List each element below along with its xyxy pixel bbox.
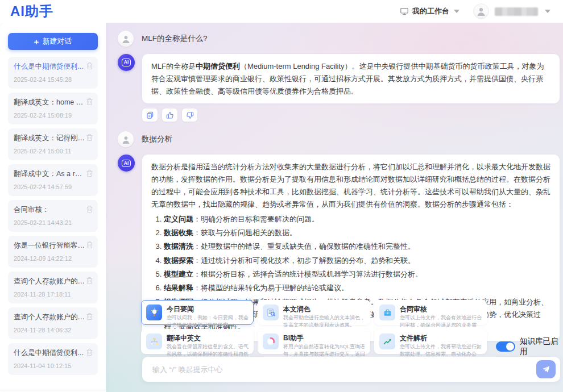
step-desc: ：通过统计分析和可视化技术，初步了解数据的分布、趋势和关联。 <box>193 256 415 265</box>
conversation-date: 2024-11-04 10:12:15 <box>14 362 92 369</box>
list-item[interactable]: 合同审核： 2025-02-21 14:43:21 <box>8 200 98 232</box>
step-desc: ：根据分析目标，选择合适的统计模型或机器学习算法进行数据分析。 <box>193 270 423 278</box>
step-item: 结果解释：将模型的结果转化为易于理解的结论或建议。 <box>164 282 550 294</box>
translate-icon <box>146 333 162 349</box>
chevron-down-icon <box>454 10 459 13</box>
list-item[interactable]: 什么是中期借贷便利... 2024-11-04 10:12:15 <box>8 343 98 375</box>
user-message: MLF的全称是什么? <box>118 31 563 47</box>
step-title: 定义问题 <box>164 215 193 223</box>
list-item[interactable]: 你是一位银行智能客服，... 2024-12-09 14:22:12 <box>8 236 98 268</box>
trash-icon[interactable] <box>86 348 93 356</box>
lightbulb-icon <box>146 305 162 320</box>
send-button[interactable] <box>536 360 556 378</box>
conversation-date: 2025-02-24 15:45:28 <box>14 76 92 83</box>
username-redacted <box>495 7 538 16</box>
conversation-title: 你是一位银行智能客服，... <box>14 241 85 251</box>
list-item[interactable]: 查询个人存款账户的最新... 2024-11-28 14:06:32 <box>8 307 98 339</box>
workspace-label: 我的工作台 <box>412 6 449 16</box>
card-desc: 您可以上传文件，我会有效地进行合同审核，确保合同满足您的业务需求。 <box>400 314 482 329</box>
knowledge-base-label: 知识库已启用 <box>520 336 563 357</box>
knowledge-base-toggle[interactable] <box>496 341 515 352</box>
monitor-icon <box>400 7 409 16</box>
conversation-title: 查询个人存款账户的最新... <box>14 312 85 322</box>
trash-icon[interactable] <box>86 134 93 141</box>
conversation-date: 2024-11-28 17:18:11 <box>14 291 92 298</box>
trash-icon[interactable] <box>86 277 93 285</box>
trash-icon[interactable] <box>86 62 93 70</box>
conversation-date: 2024-12-09 14:22:12 <box>14 255 92 262</box>
list-item[interactable]: 翻译成英文：记得刚开始... 2025-02-24 15:00:11 <box>8 128 98 160</box>
trash-icon[interactable] <box>86 312 93 320</box>
card-title: 合同审核 <box>400 305 482 313</box>
conversation-title: 合同审核： <box>14 205 85 215</box>
thumbs-down-button[interactable] <box>182 109 197 122</box>
trash-icon[interactable] <box>86 241 93 249</box>
user-avatar <box>118 131 134 147</box>
card-desc: 您可以问我，例如：今日要闻，我会尽力提供准确和可靠的答案。 <box>167 314 249 329</box>
new-chat-button[interactable]: + 新建对话 <box>8 33 98 50</box>
plus-icon: + <box>34 37 39 47</box>
step-desc: ：将模型的结果转化为易于理解的结论或建议。 <box>193 283 349 292</box>
ai-text: 数据分析是指用适当的统计分析方法对收集来的大量数据进行分析，将它们加以汇总和理解… <box>151 162 550 208</box>
conversation-date: 2024-11-28 14:06:32 <box>14 327 92 333</box>
ai-avatar-label: AI <box>122 160 131 167</box>
step-title: 数据收集 <box>164 228 193 237</box>
top-header: AI助手 我的工作台 <box>0 0 563 23</box>
card-desc: 我会旨在保留原始信息的含义、语气和风格，以确保翻译的准确性和自然流畅。 <box>167 343 249 358</box>
copy-button[interactable] <box>142 109 158 122</box>
step-item: 数据清洗：处理数据中的错误、重复或缺失值，确保数据的准确性和完整性。 <box>164 240 550 253</box>
card-title: 本文润色 <box>283 305 365 313</box>
conversation-sidebar: + 新建对话 什么是中期借贷便利... 2025-02-24 15:45:28 … <box>0 23 106 390</box>
ai-text-bold: 中期借贷便利 <box>196 62 240 70</box>
thumbs-up-button[interactable] <box>162 109 177 122</box>
workspace-menu[interactable]: 我的工作台 <box>400 6 459 16</box>
trash-icon[interactable] <box>86 169 93 177</box>
toggle-knob <box>506 343 514 351</box>
card-desc: 将用户的自然语言转化为SQL查询语句，并直接与数据库进行交互，返回智能推荐的图表… <box>283 343 365 358</box>
conversation-title: 翻译成中文：As a reader... <box>14 169 85 179</box>
prompt-input[interactable] <box>152 365 536 374</box>
donut-chart-icon <box>263 333 279 349</box>
list-item[interactable]: 什么是中期借贷便利... 2025-02-24 15:45:28 <box>8 57 98 89</box>
step-title: 数据清洗 <box>164 242 193 251</box>
trash-icon[interactable] <box>86 98 93 106</box>
list-item[interactable]: 翻译成英文：home home 2025-02-24 15:08:19 <box>8 93 98 124</box>
briefcase-icon <box>379 305 395 320</box>
conversation-date: 2025-02-21 14:43:21 <box>14 219 92 226</box>
conversation-date: 2025-02-24 15:08:19 <box>14 112 92 119</box>
trash-icon[interactable] <box>86 205 93 213</box>
user-message: 数据分析 <box>118 131 563 147</box>
chat-panel: MLF的全称是什么? AI MLF的全称是中期借贷便利（Medium-term … <box>106 23 563 392</box>
card-file-parse[interactable]: 文件解析 您可以上传文件，我将帮助您进行如数据处理、信息检索、自动化办公等。 <box>374 329 487 354</box>
step-title: 数据探索 <box>164 256 193 265</box>
user-message-text: MLF的全称是什么? <box>142 34 208 44</box>
message-actions <box>142 109 563 122</box>
ai-avatar: AI <box>118 155 135 172</box>
card-desc: 我会帮助您进行您输入的文本润色，提高文本的流畅度和表达效果。 <box>283 314 365 329</box>
step-item: 数据收集：获取与分析问题相关的数据。 <box>164 227 550 239</box>
user-message-text: 数据分析 <box>142 134 172 144</box>
avatar[interactable] <box>473 3 489 19</box>
feature-cards: 今日要闻 您可以问我，例如：今日要闻，我会尽力提供准确和可靠的答案。 本文润色 … <box>141 300 487 354</box>
conversation-title: 什么是中期借贷便利... <box>14 62 85 72</box>
ai-avatar-label: AI <box>122 59 131 66</box>
prompt-composer <box>142 357 560 382</box>
card-title: 翻译中英文 <box>167 334 249 342</box>
conversation-date: 2025-02-24 14:57:59 <box>14 184 92 190</box>
list-item[interactable]: 查询个人存款账户的最新... 2024-11-28 17:18:11 <box>8 272 98 303</box>
card-daily-news[interactable]: 今日要闻 您可以问我，例如：今日要闻，我会尽力提供准确和可靠的答案。 <box>141 300 254 325</box>
step-title: 模型建立 <box>164 270 193 278</box>
card-title: 今日要闻 <box>167 305 249 313</box>
card-title: 文件解析 <box>400 334 482 342</box>
card-text-polish[interactable]: 本文润色 我会帮助您进行您输入的文本润色，提高文本的流畅度和表达效果。 <box>258 300 370 325</box>
conversation-list: 什么是中期借贷便利... 2025-02-24 15:45:28 翻译成英文：h… <box>8 57 98 375</box>
card-desc: 您可以上传文件，我将帮助您进行如数据处理、信息检索、自动化办公等。 <box>400 343 482 358</box>
card-contract-review[interactable]: 合同审核 您可以上传文件，我会有效地进行合同审核，确保合同满足您的业务需求。 <box>374 300 487 325</box>
chevron-down-icon[interactable] <box>545 10 550 13</box>
list-item[interactable]: 翻译成中文：As a reader... 2025-02-24 14:57:59 <box>8 164 98 196</box>
card-bi-assistant[interactable]: BI助手 将用户的自然语言转化为SQL查询语句，并直接与数据库进行交互，返回智能… <box>258 329 370 354</box>
ai-text: MLF的全称是 <box>151 62 196 70</box>
ai-avatar: AI <box>118 54 135 71</box>
card-translate[interactable]: 翻译中英文 我会旨在保留原始信息的含义、语气和风格，以确保翻译的准确性和自然流畅… <box>141 329 254 354</box>
card-title: BI助手 <box>283 334 365 342</box>
